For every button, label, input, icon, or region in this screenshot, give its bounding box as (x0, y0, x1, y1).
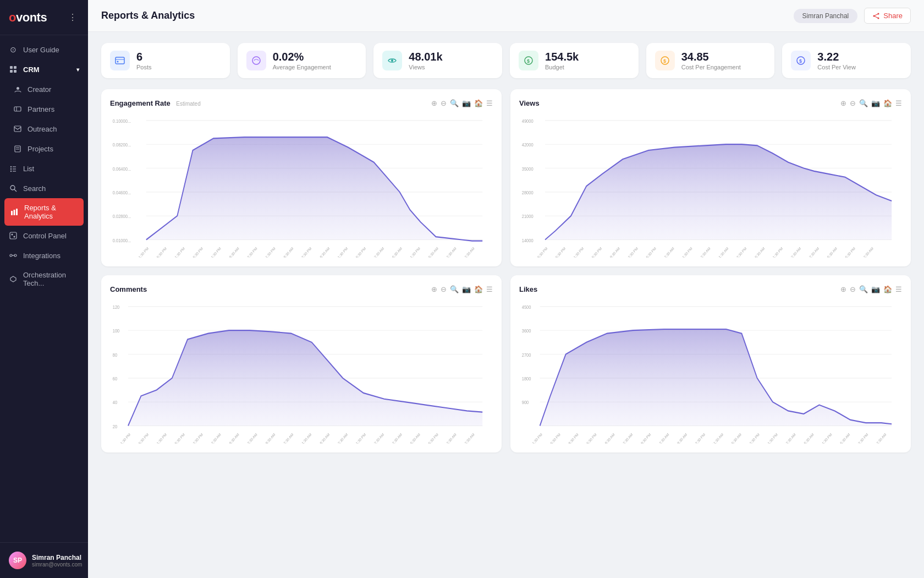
sidebar-item-label: Reports & Analytics (24, 204, 78, 220)
sidebar-item-label: Control Panel (23, 232, 67, 240)
sidebar-item-reports[interactable]: Reports & Analytics (4, 198, 84, 226)
creator-icon (13, 85, 22, 94)
sidebar-item-label: Outreach (28, 125, 57, 133)
posts-value: 6 (136, 51, 152, 63)
content-area: 6 Posts 0.02% Average Engagement 48. (88, 32, 924, 578)
topbar: Reports & Analytics Simran Panchal Share (88, 0, 924, 32)
share-button[interactable]: Share (864, 8, 911, 24)
sidebar-item-label: User Guide (23, 46, 59, 54)
svg-text:80: 80 (113, 352, 118, 358)
chart-title-comments: Comments (110, 284, 147, 294)
budget-icon: $ (519, 51, 538, 70)
zoom-in-icon[interactable]: ⊕ (840, 285, 846, 293)
sidebar-item-label: Creator (28, 85, 51, 94)
camera-icon[interactable]: 📷 (462, 285, 471, 293)
zoom-out-icon[interactable]: ⊖ (850, 99, 856, 107)
menu-icon[interactable]: ☰ (486, 285, 493, 293)
footer-user-info: Simran Panchal simran@ovonts.com (32, 554, 82, 568)
chart-engagement-rate: Engagement Rate Estimated ⊕ ⊖ 🔍 📷 🏠 ☰ (101, 89, 502, 266)
svg-point-4 (16, 87, 19, 90)
chart-header-views: Views ⊕ ⊖ 🔍 📷 🏠 ☰ (519, 98, 902, 108)
search-chart-icon[interactable]: 🔍 (859, 99, 868, 107)
svg-rect-33 (116, 57, 124, 64)
sidebar-item-control-panel[interactable]: Control Panel (0, 226, 88, 246)
svg-rect-5 (14, 107, 21, 111)
camera-icon[interactable]: 📷 (462, 99, 471, 107)
sidebar-nav: ⊙ User Guide CRM ▾ Creator Partners (0, 35, 88, 542)
svg-point-15 (10, 171, 12, 172)
chart-controls-views: ⊕ ⊖ 🔍 📷 🏠 ☰ (840, 99, 902, 107)
svg-point-26 (14, 254, 16, 257)
home-icon[interactable]: 🏠 (474, 99, 483, 107)
zoom-in-icon[interactable]: ⊕ (431, 99, 437, 107)
cost-view-label: Cost Per View (817, 64, 856, 70)
sidebar-item-orchestration[interactable]: Orchestration Tech... (0, 265, 88, 293)
sidebar-item-outreach[interactable]: Outreach (4, 119, 88, 139)
menu-icon[interactable]: ☰ (895, 285, 902, 293)
projects-icon (13, 144, 22, 153)
menu-icon[interactable]: ☰ (895, 99, 902, 107)
svg-point-34 (117, 61, 119, 63)
sidebar-item-list[interactable]: List (0, 159, 88, 178)
svg-text:Sep 9, 2022 5:30 PM: Sep 9, 2022 5:30 PM (523, 246, 548, 258)
svg-rect-2 (10, 70, 13, 73)
footer-user-email: simran@ovonts.com (32, 561, 82, 568)
topbar-right: Simran Panchal Share (794, 8, 911, 24)
zoom-out-icon[interactable]: ⊖ (441, 285, 447, 293)
stat-card-posts: 6 Posts (101, 43, 230, 78)
search-chart-icon[interactable]: 🔍 (450, 285, 459, 293)
zoom-in-icon[interactable]: ⊕ (840, 99, 846, 107)
chart-likes: Likes ⊕ ⊖ 🔍 📷 🏠 ☰ (510, 275, 911, 452)
sidebar-item-user-guide[interactable]: ⊙ User Guide (0, 40, 88, 59)
sidebar-item-crm[interactable]: CRM ▾ (0, 59, 88, 79)
chart-controls-likes: ⊕ ⊖ 🔍 📷 🏠 ☰ (840, 285, 902, 293)
svg-rect-1 (14, 66, 16, 69)
zoom-out-icon[interactable]: ⊖ (850, 285, 856, 293)
sidebar-item-partners[interactable]: Partners (4, 99, 88, 119)
svg-text:21000: 21000 (522, 214, 534, 220)
sidebar-item-creator[interactable]: Creator (4, 79, 88, 99)
home-icon[interactable]: 🏠 (474, 285, 483, 293)
svg-text:$: $ (527, 58, 530, 64)
engagement-label: Average Engagement (273, 64, 331, 70)
posts-label: Posts (136, 64, 152, 70)
search-chart-icon[interactable]: 🔍 (859, 285, 868, 293)
stat-card-budget: $ 154.5k Budget (510, 43, 639, 78)
menu-icon[interactable]: ☰ (486, 99, 493, 107)
svg-text:120: 120 (113, 305, 120, 310)
views-value: 48.01k (409, 51, 442, 63)
cost-view-value: 3.22 (817, 51, 856, 63)
svg-text:14000: 14000 (522, 238, 534, 243)
svg-text:900: 900 (522, 400, 529, 406)
svg-text:20: 20 (113, 424, 118, 429)
sidebar-item-integrations[interactable]: Integrations (0, 246, 88, 265)
zoom-out-icon[interactable]: ⊖ (441, 99, 447, 107)
sidebar-item-label: Partners (28, 105, 54, 113)
home-icon[interactable]: 🏠 (883, 99, 892, 107)
svg-rect-22 (10, 232, 16, 239)
svg-text:100: 100 (113, 329, 120, 334)
cost-view-icon: $ (791, 51, 811, 70)
share-label: Share (883, 12, 903, 20)
search-chart-icon[interactable]: 🔍 (450, 99, 459, 107)
footer-user-name: Simran Panchal (32, 554, 82, 561)
camera-icon[interactable]: 📷 (871, 285, 880, 293)
profile-pill[interactable]: Simran Panchal (794, 9, 858, 23)
stats-row: 6 Posts 0.02% Average Engagement 48. (101, 43, 911, 78)
svg-text:$: $ (799, 58, 802, 64)
svg-line-32 (875, 16, 878, 18)
svg-rect-21 (16, 209, 18, 215)
sidebar-item-search[interactable]: Search (0, 178, 88, 198)
sidebar-collapse-button[interactable]: ⋮ (66, 10, 79, 25)
cost-engagement-label: Cost Per Engagement (681, 64, 741, 70)
home-icon[interactable]: 🏠 (883, 285, 892, 293)
svg-text:42000: 42000 (522, 143, 534, 148)
zoom-in-icon[interactable]: ⊕ (431, 285, 437, 293)
chart-title-likes: Likes (519, 284, 537, 294)
sidebar-item-label: Integrations (23, 252, 61, 260)
sidebar-item-projects[interactable]: Projects (4, 139, 88, 159)
svg-point-24 (14, 236, 15, 238)
camera-icon[interactable]: 📷 (871, 99, 880, 107)
svg-text:0.01000...: 0.01000... (113, 238, 131, 243)
cost-engagement-value: 34.85 (681, 51, 741, 63)
